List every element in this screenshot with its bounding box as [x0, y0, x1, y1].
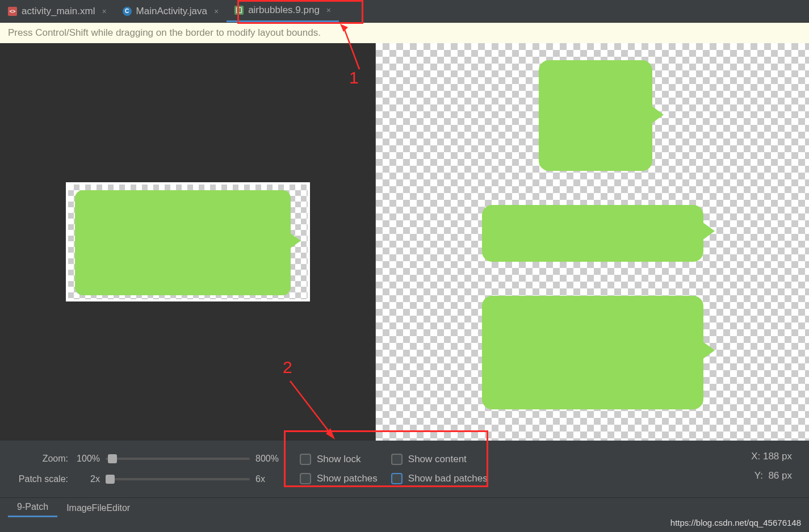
zoom-label: Zoom: [6, 454, 68, 464]
show-patches-checkbox[interactable]: Show patches [300, 473, 378, 484]
checkbox-icon [391, 454, 403, 465]
patch-scale-label: Patch scale: [6, 474, 68, 484]
tab-main-activity[interactable]: MainActivity.java × [115, 0, 227, 22]
show-lock-checkbox[interactable]: Show lock [300, 454, 378, 465]
preview-bubble-wide [482, 205, 703, 262]
patch-scale-slider[interactable] [106, 478, 250, 480]
subtab-9patch[interactable]: 9-Patch [8, 499, 57, 517]
zoom-slider-row: Zoom: 100% 800% [6, 454, 284, 464]
patch-scale-max: 6x [255, 474, 284, 484]
checkbox-icon [300, 473, 311, 484]
patch-scale-min: 2x [74, 474, 100, 484]
editor-subtab-bar: 9-Patch ImageFileEditor [0, 497, 809, 518]
hint-banner: Press Control/Shift while dragging on th… [0, 23, 809, 43]
slider-thumb[interactable] [108, 454, 117, 463]
zoom-max: 800% [255, 454, 284, 464]
options-checkboxes: Show lock Show content Show patches Show… [300, 454, 488, 484]
close-icon[interactable]: × [326, 6, 331, 15]
show-bad-patches-checkbox[interactable]: Show bad patches [391, 473, 488, 484]
image-file-icon [234, 6, 244, 15]
close-icon[interactable]: × [102, 7, 106, 16]
nine-patch-canvas[interactable] [66, 182, 310, 301]
nine-patch-editor [0, 43, 809, 441]
subtab-image-editor[interactable]: ImageFileEditor [57, 500, 139, 517]
tab-label: MainActivity.java [136, 6, 207, 17]
coord-y-value: 86 px [768, 470, 792, 481]
zoom-slider[interactable] [106, 458, 250, 460]
watermark: https://blog.csdn.net/qq_45676148 [670, 518, 801, 527]
zoom-min: 100% [74, 454, 100, 464]
cursor-coordinates: X: 188 px Y: 86 px [751, 451, 792, 481]
slider-thumb[interactable] [106, 475, 115, 484]
editor-tab-bar: activity_main.xml × MainActivity.java × … [0, 0, 809, 23]
show-content-checkbox[interactable]: Show content [391, 454, 488, 465]
checkbox-icon [391, 473, 403, 484]
edit-panel[interactable] [0, 43, 376, 441]
close-icon[interactable]: × [214, 7, 219, 16]
xml-file-icon [8, 7, 17, 16]
bubble-shape [75, 190, 291, 295]
bottom-controls: Zoom: 100% 800% Patch scale: 2x 6x Show … [0, 441, 809, 497]
tab-label: activity_main.xml [22, 6, 95, 17]
java-class-icon [123, 7, 132, 16]
preview-bubble-large [482, 296, 703, 409]
coord-x-value: 188 px [763, 451, 792, 462]
tab-label: airbubbles.9.png [248, 5, 320, 16]
checkbox-icon [300, 454, 311, 465]
tab-airbubbles-png[interactable]: airbubbles.9.png × [227, 0, 339, 22]
patch-scale-slider-row: Patch scale: 2x 6x [6, 474, 284, 484]
tab-activity-main[interactable]: activity_main.xml × [0, 0, 115, 22]
preview-bubble-small [539, 60, 652, 171]
preview-panel [376, 43, 809, 441]
